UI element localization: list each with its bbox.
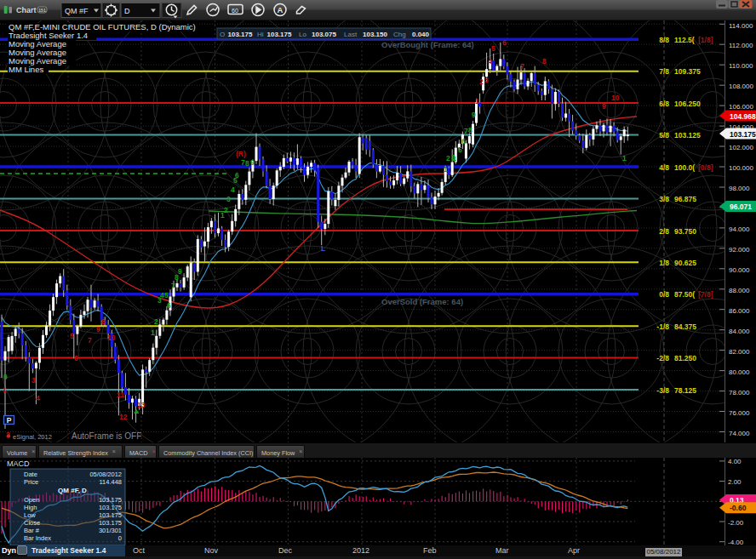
svg-text:2: 2 xyxy=(446,154,450,163)
svg-text:L: L xyxy=(321,244,325,253)
svg-text:78.125: 78.125 xyxy=(674,386,696,395)
svg-text:110.000: 110.000 xyxy=(729,62,753,70)
svg-text:108.000: 108.000 xyxy=(729,83,753,90)
svg-text:[1/8]: [1/8] xyxy=(698,36,713,44)
svg-text:13: 13 xyxy=(137,401,146,409)
svg-text:4: 4 xyxy=(231,185,235,194)
svg-text:6: 6 xyxy=(167,301,171,310)
svg-text:10: 10 xyxy=(611,94,620,102)
svg-text:90.000: 90.000 xyxy=(729,266,750,274)
svg-text:103.175: 103.175 xyxy=(99,496,122,504)
svg-text:9: 9 xyxy=(472,111,476,119)
svg-text:12: 12 xyxy=(119,413,128,421)
svg-text:103.125: 103.125 xyxy=(674,131,701,140)
svg-text:103.175: 103.175 xyxy=(730,130,756,139)
svg-text:109.375: 109.375 xyxy=(674,67,701,76)
svg-text:104.968: 104.968 xyxy=(730,112,756,121)
svg-text:82.000: 82.000 xyxy=(729,348,750,356)
svg-text:O: O xyxy=(220,31,225,38)
svg-text:-2.00: -2.00 xyxy=(728,519,744,527)
svg-text:High: High xyxy=(24,504,37,511)
svg-text:4.00: 4.00 xyxy=(728,458,742,465)
svg-text:103.175: 103.175 xyxy=(99,504,122,511)
svg-text:2: 2 xyxy=(154,317,158,326)
svg-text:4/8: 4/8 xyxy=(659,163,669,172)
svg-text:Close: Close xyxy=(24,519,40,527)
svg-text:8/8: 8/8 xyxy=(659,36,669,44)
svg-text:Last: Last xyxy=(344,31,358,38)
svg-text:100.000: 100.000 xyxy=(729,164,753,172)
svg-text:102.000: 102.000 xyxy=(729,144,753,151)
svg-text:78.000: 78.000 xyxy=(729,389,750,396)
svg-text:106.250: 106.250 xyxy=(674,100,701,108)
svg-text:10: 10 xyxy=(107,334,116,342)
svg-text:MM Lines: MM Lines xyxy=(9,65,43,74)
svg-text:93.750: 93.750 xyxy=(674,227,696,236)
svg-text:7: 7 xyxy=(520,62,524,71)
svg-text:2: 2 xyxy=(224,206,228,214)
svg-text:5: 5 xyxy=(164,291,169,299)
svg-text:6: 6 xyxy=(502,38,507,47)
svg-text:8: 8 xyxy=(468,126,472,134)
svg-text:112.5(: 112.5( xyxy=(674,36,695,44)
svg-text:11: 11 xyxy=(117,391,124,399)
svg-text:Lo: Lo xyxy=(299,31,306,38)
svg-text:QM #F: QM #F xyxy=(65,7,89,15)
svg-text:1: 1 xyxy=(622,154,627,163)
svg-text:5: 5 xyxy=(491,44,495,53)
svg-text:-2/8: -2/8 xyxy=(656,354,669,362)
svg-text:301/301: 301/301 xyxy=(99,527,122,534)
svg-text:AutoFrame is OFF: AutoFrame is OFF xyxy=(72,431,141,441)
svg-text:84.375: 84.375 xyxy=(674,322,696,331)
svg-text:eSignal, 2012: eSignal, 2012 xyxy=(13,433,52,441)
svg-text:86.000: 86.000 xyxy=(729,307,750,315)
svg-text:9: 9 xyxy=(602,102,606,111)
svg-text:0: 0 xyxy=(118,534,122,542)
svg-text:3/8: 3/8 xyxy=(659,195,669,203)
svg-text:114.000: 114.000 xyxy=(729,22,753,30)
svg-text:Open: Open xyxy=(24,496,39,504)
svg-text:8: 8 xyxy=(245,159,249,168)
svg-text:OverBought (Frame: 64): OverBought (Frame: 64) xyxy=(381,40,474,49)
svg-text:96.875: 96.875 xyxy=(674,195,696,203)
svg-text:Chg: Chg xyxy=(393,31,406,38)
svg-text:P: P xyxy=(7,416,12,425)
svg-text:Chart: Chart xyxy=(16,6,37,14)
svg-text:OverSold (Frame: 64): OverSold (Frame: 64) xyxy=(381,297,463,306)
svg-text:9: 9 xyxy=(250,158,255,167)
svg-text:103.175: 103.175 xyxy=(228,31,253,38)
svg-text:60: 60 xyxy=(232,8,238,14)
svg-text:9: 9 xyxy=(178,267,182,276)
svg-text:2/8: 2/8 xyxy=(659,227,669,236)
svg-text:1: 1 xyxy=(475,97,479,106)
svg-text:103.175: 103.175 xyxy=(267,31,292,38)
svg-text:Bar Index: Bar Index xyxy=(24,534,51,542)
svg-text:4: 4 xyxy=(452,155,456,163)
svg-text:6/8: 6/8 xyxy=(659,100,669,108)
svg-text:9: 9 xyxy=(3,373,8,381)
svg-text:Date: Date xyxy=(24,471,37,478)
svg-text:2: 2 xyxy=(479,77,484,86)
svg-text:7: 7 xyxy=(171,282,175,290)
svg-text:103.150: 103.150 xyxy=(363,31,387,38)
svg-text:3: 3 xyxy=(226,195,231,203)
svg-text:5/8: 5/8 xyxy=(659,131,669,140)
svg-text:151: 151 xyxy=(38,8,46,13)
svg-text:114.448: 114.448 xyxy=(99,478,122,486)
svg-text:[0/8]: [0/8] xyxy=(698,163,713,172)
svg-text:84.000: 84.000 xyxy=(729,328,750,335)
svg-text:6: 6 xyxy=(74,354,78,362)
svg-text:Low: Low xyxy=(24,511,36,519)
svg-text:103.075: 103.075 xyxy=(312,31,336,38)
svg-text:74.000: 74.000 xyxy=(729,430,750,437)
svg-text:7/8: 7/8 xyxy=(659,67,669,76)
svg-text:0/8: 0/8 xyxy=(659,290,669,299)
svg-text:80.000: 80.000 xyxy=(729,368,750,376)
svg-text:2.00: 2.00 xyxy=(728,478,742,486)
svg-text:4: 4 xyxy=(488,57,492,66)
svg-text:1/8: 1/8 xyxy=(659,259,669,267)
svg-text:98.000: 98.000 xyxy=(729,185,750,192)
svg-text:103.175: 103.175 xyxy=(99,519,122,527)
svg-text:87.50(: 87.50( xyxy=(674,290,695,299)
svg-text:3: 3 xyxy=(32,376,36,385)
